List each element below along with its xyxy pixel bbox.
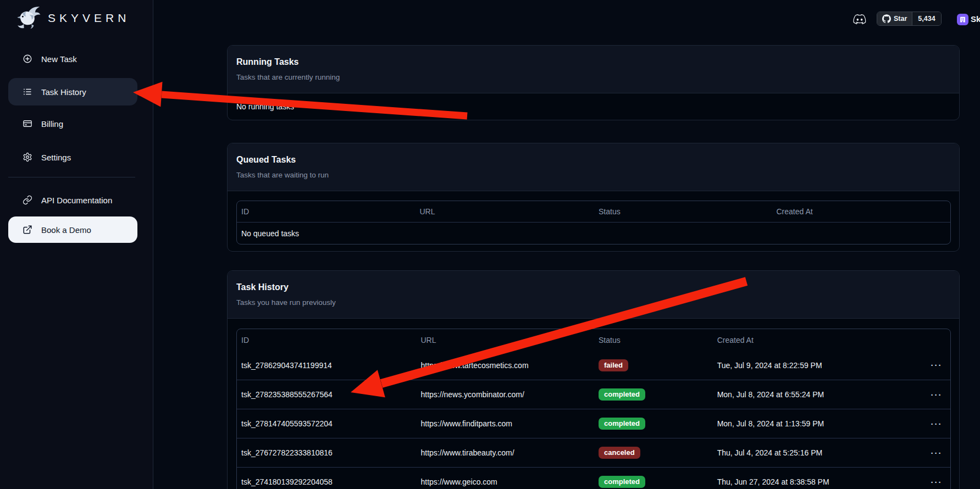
link-icon [23,195,32,205]
list-icon [23,87,32,97]
task-created-at: Thu, Jun 27, 2024 at 8:38:58 PM [713,477,923,486]
row-menu-icon[interactable]: ··· [931,390,943,399]
book-a-demo-button[interactable]: Book a Demo [8,216,137,243]
running-tasks-card: Running Tasks Tasks that are currently r… [227,45,960,120]
task-history-row[interactable]: tsk_274180139292204058https://www.geico.… [237,467,950,489]
sidebar-item-label: New Task [41,54,77,64]
row-menu-icon[interactable]: ··· [931,360,943,370]
status-badge: completed [599,388,645,401]
task-status: failed [594,359,713,371]
task-created-at: Mon, Jul 8, 2024 at 1:13:59 PM [713,419,923,428]
column-header-status: Status [594,336,713,344]
queued-tasks-header: Queued Tasks Tasks that are waiting to r… [228,143,959,191]
task-history-row[interactable]: tsk_276727822333810816https://www.tirabe… [237,438,950,467]
task-url: https://www.geico.com [417,477,595,486]
task-history-subtitle: Tasks you have run previously [236,298,950,307]
column-header-created-at: Created At [713,336,923,344]
github-star-count[interactable]: 5,434 [912,12,940,25]
sidebar-item-task-history[interactable]: Task History [8,78,137,105]
task-history-title: Task History [236,282,950,292]
github-icon [882,14,891,23]
no-queued-tasks-text: No queued tasks [237,229,950,238]
github-star-button[interactable]: Star [877,12,912,25]
row-menu-icon[interactable]: ··· [931,477,943,487]
external-link-icon [23,225,32,235]
sidebar-item-label: API Documentation [41,196,112,205]
task-id: tsk_278147405593572204 [237,419,417,428]
building-icon [959,16,966,23]
row-menu-icon[interactable]: ··· [931,419,943,429]
task-url: https://www.tirabeauty.com/ [417,448,595,457]
status-badge: failed [599,359,628,371]
task-id: tsk_274180139292204058 [237,477,417,486]
sidebar-item-label: Settings [41,153,71,162]
column-header-created-at: Created At [772,207,951,216]
task-url: https://www.finditparts.com [417,419,595,428]
github-star-label: Star [894,15,907,23]
queued-empty-row: No queued tasks [237,222,950,244]
queued-tasks-title: Queued Tasks [236,155,950,165]
skyvern-dragon-icon [15,5,41,31]
task-id: tsk_276727822333810816 [237,448,417,457]
brand-name: SKYVERN [48,12,130,25]
row-actions[interactable]: ··· [923,390,950,399]
queued-tasks-table: ID URL Status Created At No queued tasks [236,201,951,244]
no-running-tasks-text: No running tasks [228,93,959,120]
column-header-status: Status [594,207,772,216]
sidebar-item-label: Billing [41,119,63,129]
task-history-table: ID URL Status Created At tsk_27862904374… [236,329,951,489]
row-actions[interactable]: ··· [923,419,950,429]
task-url: https://news.ycombinator.com/ [417,390,595,399]
task-history-row[interactable]: tsk_278629043741199914https://www.tartec… [237,351,950,380]
status-badge: canceled [599,447,640,459]
credit-card-icon [23,119,32,129]
task-created-at: Mon, Jul 8, 2024 at 6:55:24 PM [713,390,923,399]
user-name[interactable]: Sk [971,14,980,24]
discord-icon[interactable] [852,13,867,25]
github-star-widget[interactable]: Star 5,434 [877,12,942,26]
task-status: completed [594,388,713,401]
running-tasks-header: Running Tasks Tasks that are currently r… [228,46,959,93]
row-actions[interactable]: ··· [923,448,950,458]
row-actions[interactable]: ··· [923,360,950,370]
avatar[interactable] [957,14,968,25]
sidebar-item-new-task[interactable]: New Task [8,45,137,73]
task-history-row[interactable]: tsk_278147405593572204https://www.findit… [237,409,950,438]
history-table-header-row: ID URL Status Created At [237,329,950,351]
sidebar-item-billing[interactable]: Billing [8,110,137,137]
plus-circle-icon [23,54,32,64]
task-history-header: Task History Tasks you have run previous… [228,271,959,319]
sidebar: SKYVERN New Task Task History Billing Se… [0,0,153,489]
brand-logo: SKYVERN [15,3,130,33]
row-menu-icon[interactable]: ··· [931,448,943,458]
sidebar-item-settings[interactable]: Settings [8,143,137,171]
running-tasks-title: Running Tasks [236,57,950,67]
column-header-id: ID [237,207,416,216]
task-created-at: Thu, Jul 4, 2024 at 5:25:16 PM [713,448,923,457]
sidebar-item-label: Task History [41,87,86,97]
gear-icon [23,152,32,162]
queued-tasks-subtitle: Tasks that are waiting to run [236,171,950,179]
column-header-id: ID [237,336,417,344]
task-status: canceled [594,447,713,459]
task-id: tsk_278629043741199914 [237,361,417,370]
task-url: https://www.tartecosmetics.com [417,361,595,370]
column-header-url: URL [416,207,595,216]
status-badge: completed [599,418,645,430]
column-header-url: URL [417,336,595,344]
row-actions[interactable]: ··· [923,477,950,487]
task-status: completed [594,418,713,430]
task-history-row[interactable]: tsk_278235388555267564https://news.ycomb… [237,380,950,409]
task-status: completed [594,476,713,488]
task-created-at: Tue, Jul 9, 2024 at 8:22:59 PM [713,361,923,370]
status-badge: completed [599,476,645,488]
running-tasks-subtitle: Tasks that are currently running [236,73,950,81]
book-a-demo-label: Book a Demo [41,225,91,235]
sidebar-divider [8,177,135,177]
task-id: tsk_278235388555267564 [237,390,417,399]
sidebar-item-api-documentation[interactable]: API Documentation [8,186,137,214]
queued-table-header-row: ID URL Status Created At [237,201,950,222]
